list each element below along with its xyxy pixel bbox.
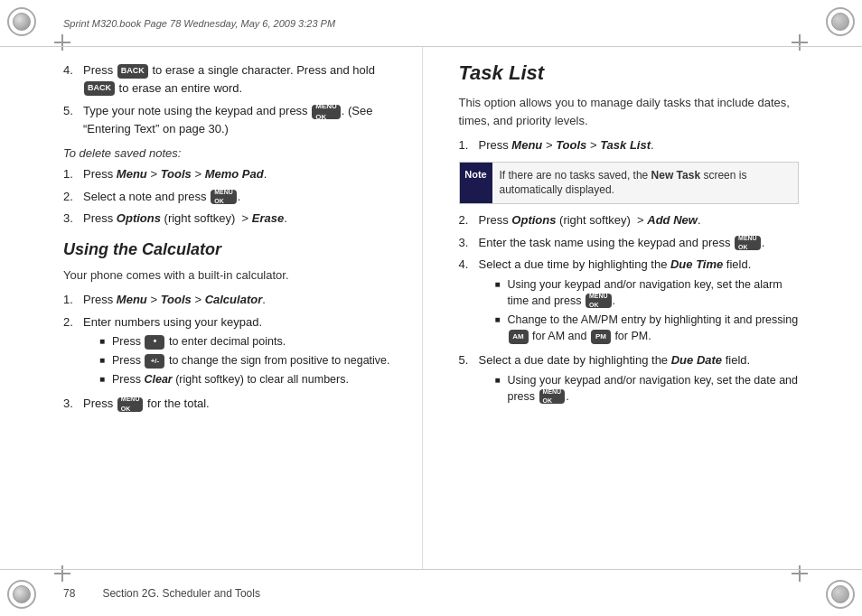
erase-text: Erase	[252, 211, 284, 225]
calc-bullet-1: ■ Press • to enter decimal points.	[99, 333, 390, 350]
menu-ok-key-6: MENUOK	[539, 389, 566, 404]
calc-step-3: 3. Press MENUOK for the total.	[63, 395, 404, 413]
memopad-text: Memo Pad	[205, 167, 264, 181]
task-bullet-4-1: ■ Using your keypad and/or navigation ke…	[495, 276, 800, 309]
page-header: Sprint M320.book Page 78 Wednesday, May …	[0, 0, 862, 47]
task-bullet-5-1: ■ Using your keypad and/or navigation ke…	[495, 372, 800, 405]
task-tools-text: Tools	[556, 138, 586, 152]
step-4-item: 4. Press BACK to erase a single characte…	[63, 61, 404, 97]
decimal-key: •	[145, 335, 164, 350]
calc-bullets: ■ Press • to enter decimal points. ■ Pre…	[83, 333, 390, 387]
task-list-text: Task List	[600, 138, 651, 152]
options-text-1: Options	[117, 211, 161, 225]
note-content: If there are no tasks saved, the New Tas…	[492, 163, 799, 204]
task-step-5: 5. Select a due date by highlighting the…	[459, 351, 800, 407]
task-intro: This option allows you to manage daily t…	[459, 94, 800, 129]
due-time-text: Due Time	[670, 257, 723, 271]
delete-steps: 1. Press Menu > Tools > Memo Pad. 2. Sel…	[63, 165, 404, 228]
tools-text-1: Tools	[161, 167, 192, 181]
menu-ok-key-1: MENUOK	[312, 105, 341, 119]
calc-steps: 1. Press Menu > Tools > Calculator. 2. E…	[63, 291, 404, 413]
task-menu-text: Menu	[511, 138, 542, 152]
task-list-title: Task List	[459, 61, 800, 85]
menu-text-2: Menu	[117, 293, 147, 306]
menu-ok-key-5: MENUOK	[586, 294, 612, 308]
pm-key: PM	[591, 330, 611, 344]
menu-ok-key-3: MENUOK	[117, 397, 144, 412]
task-bullet-4-2: ■ Change to the AM/PM entry by highlight…	[495, 312, 800, 344]
calculator-text: Calculator	[205, 293, 263, 306]
step-5-item: 5. Type your note using the keypad and p…	[63, 102, 404, 137]
task-step-1: 1. Press Menu > Tools > Task List.	[459, 136, 800, 154]
delete-label: To delete saved notes:	[63, 146, 404, 160]
step-4-num: 4.	[63, 61, 80, 97]
clear-text: Clear	[144, 373, 172, 386]
task-step-2: 2. Press Options (right softkey) > Add N…	[459, 211, 800, 229]
task-step-3: 3. Enter the task name using the keypad …	[459, 234, 800, 252]
menu-text-1: Menu	[117, 167, 147, 181]
main-content: 4. Press BACK to erase a single characte…	[63, 47, 799, 569]
delete-step-1: 1. Press Menu > Tools > Memo Pad.	[63, 165, 404, 183]
step-5-text: Type your note using the keypad and pres…	[83, 102, 404, 137]
task-step-4: 4. Select a due time by highlighting the…	[459, 256, 800, 347]
task-bullets-5: ■ Using your keypad and/or navigation ke…	[479, 372, 800, 405]
calc-bullet-2: ■ Press +/- to change the sign from posi…	[99, 352, 390, 369]
calculator-intro: Your phone comes with a built-in calcula…	[63, 266, 404, 285]
delete-step-3: 3. Press Options (right softkey) > Erase…	[63, 210, 404, 228]
menu-ok-key-2: MENUOK	[211, 190, 237, 204]
back-key-2: BACK	[84, 81, 115, 96]
options-text-2: Options	[511, 213, 556, 227]
sign-key: +/-	[145, 354, 164, 369]
footer-text: 78 Section 2G. Scheduler and Tools	[63, 587, 260, 600]
right-column: Task List This option allows you to mana…	[450, 47, 800, 569]
calculator-title: Using the Calculator	[63, 240, 404, 259]
due-date-text: Due Date	[671, 353, 722, 367]
calc-bullet-3: ■ Press Clear (right softkey) to clear a…	[99, 371, 390, 387]
step-5-num: 5.	[63, 102, 80, 137]
left-column: 4. Press BACK to erase a single characte…	[63, 47, 423, 569]
calc-step-2: 2. Enter numbers using your keypad. ■ Pr…	[63, 313, 404, 391]
new-task-bold: New Task	[651, 169, 700, 182]
am-key: AM	[509, 330, 529, 344]
header-text: Sprint M320.book Page 78 Wednesday, May …	[63, 18, 335, 29]
page-number: 78	[63, 587, 75, 600]
note-box: Note If there are no tasks saved, the Ne…	[459, 162, 800, 205]
task-bullets-4: ■ Using your keypad and/or navigation ke…	[479, 276, 800, 345]
add-new-text: Add New	[647, 213, 698, 227]
delete-step-2: 2. Select a note and press MENUOK.	[63, 188, 404, 206]
step-4-text: Press BACK to erase a single character. …	[83, 61, 404, 97]
menu-ok-key-4: MENUOK	[735, 236, 761, 250]
page-footer: 78 Section 2G. Scheduler and Tools	[0, 569, 862, 616]
footer-section: Section 2G. Scheduler and Tools	[102, 587, 260, 600]
calc-step-1: 1. Press Menu > Tools > Calculator.	[63, 291, 404, 309]
back-key-1: BACK	[117, 64, 148, 79]
tools-text-2: Tools	[161, 293, 192, 306]
note-label: Note	[460, 163, 492, 204]
